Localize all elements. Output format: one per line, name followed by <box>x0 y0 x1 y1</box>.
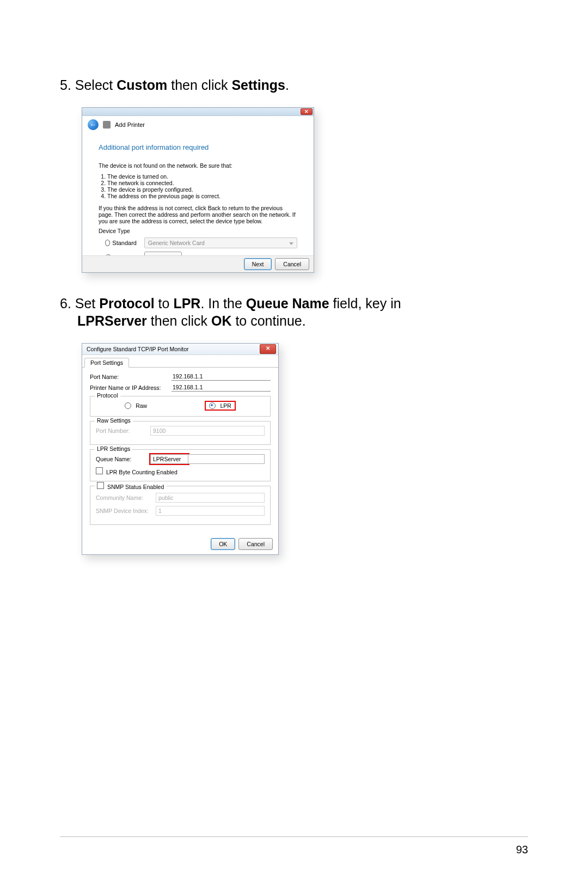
back-icon[interactable]: ← <box>88 119 99 130</box>
dialog-titlebar: Configure Standard TCP/IP Port Monitor ✕ <box>82 344 278 355</box>
raw-settings-fieldset: Raw Settings Port Number: 9100 <box>90 421 271 445</box>
close-icon[interactable]: ✕ <box>260 344 276 354</box>
queue-name-label: Queue Name: <box>96 456 150 462</box>
dialog-list: The device is turned on. The network is … <box>107 173 297 199</box>
radio-icon <box>209 402 216 409</box>
radio-lpr[interactable]: LPR <box>205 401 235 411</box>
community-name-input: public <box>156 493 265 503</box>
close-icon[interactable]: ✕ <box>301 108 313 115</box>
tab-port-settings[interactable]: Port Settings <box>84 358 129 368</box>
printer-name-value[interactable]: 192.168.1.1 <box>171 384 271 392</box>
snmp-index-label: SNMP Device Index: <box>96 508 156 514</box>
port-name-label: Port Name: <box>90 374 171 380</box>
printer-name-label: Printer Name or IP Address: <box>90 384 171 391</box>
checkbox-icon <box>97 482 104 489</box>
step6-bold-lpr: LPR <box>173 296 200 311</box>
queue-name-input[interactable]: LPRServer <box>150 454 188 464</box>
community-name-label: Community Name: <box>96 494 156 501</box>
add-printer-dialog: ✕ ← Add Printer Additional port informat… <box>82 107 314 273</box>
list-item: The address on the previous page is corr… <box>107 193 297 199</box>
radio-standard-label: Standard <box>112 240 137 246</box>
lpr-settings-legend: LPR Settings <box>95 445 132 452</box>
radio-icon <box>105 240 110 246</box>
dialog-titlebar: ✕ <box>82 108 314 116</box>
step5-suffix: . <box>285 77 289 93</box>
dialog-title: Configure Standard TCP/IP Port Monitor <box>87 346 189 352</box>
ok-button[interactable]: OK <box>211 538 235 550</box>
radio-icon <box>125 402 131 409</box>
instruction-step-6: 6. Set Protocol to LPR. In the Queue Nam… <box>60 295 528 330</box>
step6-prefix: 6. Set <box>60 296 99 311</box>
radio-raw[interactable]: Raw <box>125 401 147 411</box>
protocol-fieldset: Protocol Raw LPR <box>90 396 271 417</box>
device-type-label: Device Type <box>99 228 297 234</box>
lpr-byte-label: LPR Byte Counting Enabled <box>106 469 177 475</box>
snmp-fieldset: SNMP Status Enabled Community Name: publ… <box>90 486 271 525</box>
dialog-note: If you think the address is not correct,… <box>99 205 297 224</box>
port-number-input: 9100 <box>150 426 265 436</box>
radio-standard[interactable]: Standard <box>105 240 137 246</box>
port-name-value[interactable]: 192.168.1.1 <box>171 373 271 381</box>
step5-prefix: 5. Select <box>60 77 117 93</box>
snmp-index-input: 1 <box>156 506 265 516</box>
step6-bold-ok: OK <box>211 313 232 328</box>
list-item: The device is turned on. <box>107 173 297 180</box>
page-number: 93 <box>516 844 528 856</box>
chevron-down-icon <box>289 240 293 246</box>
footer-divider <box>60 836 528 837</box>
printer-icon <box>103 121 111 129</box>
list-item: The network is connected. <box>107 180 297 186</box>
snmp-status-checkbox[interactable]: SNMP Status Enabled <box>95 482 166 490</box>
dialog-header-title: Add Printer <box>115 121 145 128</box>
protocol-legend: Protocol <box>95 392 120 399</box>
step6-bold-lprserver: LPRServer <box>77 313 147 328</box>
dialog-message: The device is not found on the network. … <box>99 162 297 169</box>
standard-select: Generic Network Card <box>144 237 297 248</box>
checkbox-icon[interactable] <box>96 467 103 474</box>
cancel-button[interactable]: Cancel <box>275 258 309 270</box>
next-button[interactable]: Next <box>244 258 272 270</box>
standard-select-value: Generic Network Card <box>148 240 205 246</box>
queue-name-input-extend[interactable] <box>188 454 265 464</box>
raw-settings-legend: Raw Settings <box>95 417 133 424</box>
step5-bold-settings: Settings <box>231 77 285 93</box>
step5-mid: then click <box>167 77 231 93</box>
port-number-label: Port Number: <box>96 427 150 434</box>
radio-raw-label: Raw <box>136 402 147 409</box>
cancel-button[interactable]: Cancel <box>238 538 273 550</box>
lpr-settings-fieldset: LPR Settings Queue Name: LPRServer LPR B… <box>90 449 271 481</box>
instruction-step-5: 5. Select Custom then click Settings. <box>60 76 528 94</box>
list-item: The device is properly configured. <box>107 186 297 193</box>
dialog-subtitle: Additional port information required <box>99 143 297 151</box>
configure-port-dialog: Configure Standard TCP/IP Port Monitor ✕… <box>82 343 279 555</box>
step5-bold-custom: Custom <box>117 77 167 93</box>
radio-lpr-label: LPR <box>220 402 231 409</box>
step6-bold-protocol: Protocol <box>99 296 154 311</box>
step6-bold-queue: Queue Name <box>246 296 329 311</box>
